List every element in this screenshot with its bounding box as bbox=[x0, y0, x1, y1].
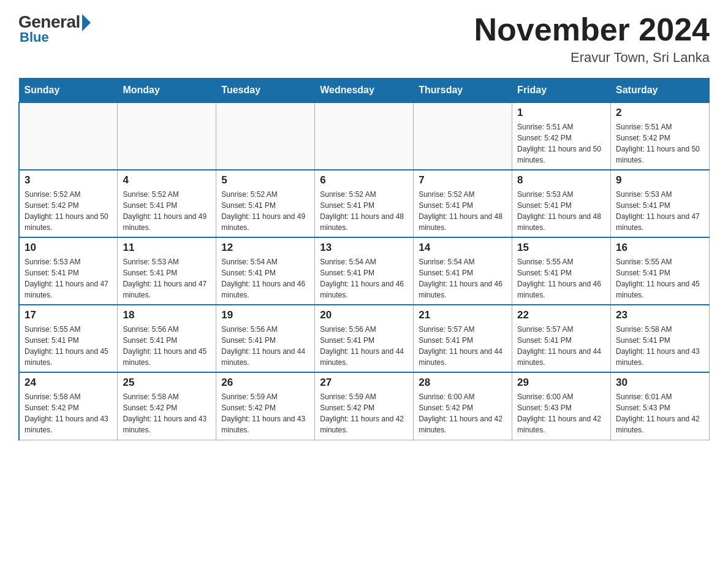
day-info: Sunrise: 5:55 AM Sunset: 5:41 PM Dayligh… bbox=[517, 256, 605, 301]
calendar-week-row: 10Sunrise: 5:53 AM Sunset: 5:41 PM Dayli… bbox=[19, 237, 710, 305]
table-row: 2Sunrise: 5:51 AM Sunset: 5:42 PM Daylig… bbox=[611, 102, 710, 170]
day-info: Sunrise: 5:58 AM Sunset: 5:42 PM Dayligh… bbox=[123, 391, 211, 435]
day-number: 4 bbox=[123, 174, 211, 186]
day-number: 5 bbox=[221, 174, 309, 186]
day-info: Sunrise: 5:51 AM Sunset: 5:42 PM Dayligh… bbox=[616, 121, 704, 166]
table-row: 28Sunrise: 6:00 AM Sunset: 5:42 PM Dayli… bbox=[414, 372, 512, 440]
logo-arrow-icon bbox=[82, 14, 91, 31]
table-row: 18Sunrise: 5:56 AM Sunset: 5:41 PM Dayli… bbox=[118, 305, 216, 372]
table-row: 24Sunrise: 5:58 AM Sunset: 5:42 PM Dayli… bbox=[19, 372, 118, 440]
table-row: 25Sunrise: 5:58 AM Sunset: 5:42 PM Dayli… bbox=[118, 372, 216, 440]
calendar-week-row: 3Sunrise: 5:52 AM Sunset: 5:42 PM Daylig… bbox=[19, 170, 710, 237]
table-row: 3Sunrise: 5:52 AM Sunset: 5:42 PM Daylig… bbox=[19, 170, 118, 237]
day-number: 2 bbox=[616, 107, 704, 119]
day-number: 24 bbox=[25, 377, 112, 389]
calendar-header-row: Sunday Monday Tuesday Wednesday Thursday… bbox=[19, 79, 710, 103]
day-number: 20 bbox=[320, 309, 408, 321]
day-number: 15 bbox=[517, 242, 605, 254]
day-info: Sunrise: 5:59 AM Sunset: 5:42 PM Dayligh… bbox=[221, 391, 309, 435]
day-info: Sunrise: 5:53 AM Sunset: 5:41 PM Dayligh… bbox=[25, 256, 112, 301]
page-header: General Blue November 2024 Eravur Town, … bbox=[18, 12, 710, 66]
day-number: 22 bbox=[517, 309, 605, 321]
calendar-week-row: 1Sunrise: 5:51 AM Sunset: 5:42 PM Daylig… bbox=[19, 102, 710, 170]
day-info: Sunrise: 5:53 AM Sunset: 5:41 PM Dayligh… bbox=[123, 256, 211, 301]
table-row: 26Sunrise: 5:59 AM Sunset: 5:42 PM Dayli… bbox=[216, 372, 315, 440]
day-info: Sunrise: 5:52 AM Sunset: 5:41 PM Dayligh… bbox=[419, 189, 507, 233]
table-row: 9Sunrise: 5:53 AM Sunset: 5:41 PM Daylig… bbox=[611, 170, 710, 237]
day-number: 26 bbox=[221, 377, 309, 389]
day-info: Sunrise: 5:52 AM Sunset: 5:42 PM Dayligh… bbox=[25, 189, 112, 233]
table-row: 11Sunrise: 5:53 AM Sunset: 5:41 PM Dayli… bbox=[118, 237, 216, 305]
calendar-table: Sunday Monday Tuesday Wednesday Thursday… bbox=[18, 78, 710, 440]
col-monday: Monday bbox=[118, 79, 216, 103]
table-row: 27Sunrise: 5:59 AM Sunset: 5:42 PM Dayli… bbox=[315, 372, 414, 440]
table-row: 5Sunrise: 5:52 AM Sunset: 5:41 PM Daylig… bbox=[216, 170, 315, 237]
day-info: Sunrise: 5:53 AM Sunset: 5:41 PM Dayligh… bbox=[517, 189, 605, 233]
table-row: 7Sunrise: 5:52 AM Sunset: 5:41 PM Daylig… bbox=[414, 170, 512, 237]
day-number: 12 bbox=[221, 242, 309, 254]
day-info: Sunrise: 5:52 AM Sunset: 5:41 PM Dayligh… bbox=[221, 189, 309, 233]
day-number: 28 bbox=[419, 377, 507, 389]
day-info: Sunrise: 5:57 AM Sunset: 5:41 PM Dayligh… bbox=[419, 324, 507, 368]
title-block: November 2024 Eravur Town, Sri Lanka bbox=[474, 12, 710, 66]
table-row: 1Sunrise: 5:51 AM Sunset: 5:42 PM Daylig… bbox=[512, 102, 611, 170]
table-row: 4Sunrise: 5:52 AM Sunset: 5:41 PM Daylig… bbox=[118, 170, 216, 237]
day-number: 7 bbox=[419, 174, 507, 186]
day-number: 27 bbox=[320, 377, 408, 389]
day-number: 16 bbox=[616, 242, 704, 254]
col-thursday: Thursday bbox=[414, 79, 512, 103]
day-number: 17 bbox=[25, 309, 112, 321]
day-number: 25 bbox=[123, 377, 211, 389]
day-info: Sunrise: 5:52 AM Sunset: 5:41 PM Dayligh… bbox=[123, 189, 211, 233]
table-row: 23Sunrise: 5:58 AM Sunset: 5:41 PM Dayli… bbox=[611, 305, 710, 372]
day-number: 19 bbox=[221, 309, 309, 321]
day-info: Sunrise: 5:54 AM Sunset: 5:41 PM Dayligh… bbox=[221, 256, 309, 301]
table-row: 8Sunrise: 5:53 AM Sunset: 5:41 PM Daylig… bbox=[512, 170, 611, 237]
day-info: Sunrise: 5:56 AM Sunset: 5:41 PM Dayligh… bbox=[123, 324, 211, 368]
col-saturday: Saturday bbox=[611, 79, 710, 103]
table-row: 15Sunrise: 5:55 AM Sunset: 5:41 PM Dayli… bbox=[512, 237, 611, 305]
day-info: Sunrise: 5:52 AM Sunset: 5:41 PM Dayligh… bbox=[320, 189, 408, 233]
day-info: Sunrise: 5:59 AM Sunset: 5:42 PM Dayligh… bbox=[320, 391, 408, 435]
table-row: 13Sunrise: 5:54 AM Sunset: 5:41 PM Dayli… bbox=[315, 237, 414, 305]
day-info: Sunrise: 5:56 AM Sunset: 5:41 PM Dayligh… bbox=[320, 324, 408, 368]
day-number: 11 bbox=[123, 242, 211, 254]
day-info: Sunrise: 5:55 AM Sunset: 5:41 PM Dayligh… bbox=[616, 256, 704, 301]
col-sunday: Sunday bbox=[19, 79, 118, 103]
day-number: 10 bbox=[25, 242, 112, 254]
col-wednesday: Wednesday bbox=[315, 79, 414, 103]
day-info: Sunrise: 5:57 AM Sunset: 5:41 PM Dayligh… bbox=[517, 324, 605, 368]
day-info: Sunrise: 5:55 AM Sunset: 5:41 PM Dayligh… bbox=[25, 324, 112, 368]
day-number: 18 bbox=[123, 309, 211, 321]
day-info: Sunrise: 5:58 AM Sunset: 5:42 PM Dayligh… bbox=[25, 391, 112, 435]
calendar-week-row: 17Sunrise: 5:55 AM Sunset: 5:41 PM Dayli… bbox=[19, 305, 710, 372]
table-row: 21Sunrise: 5:57 AM Sunset: 5:41 PM Dayli… bbox=[414, 305, 512, 372]
table-row: 10Sunrise: 5:53 AM Sunset: 5:41 PM Dayli… bbox=[19, 237, 118, 305]
col-tuesday: Tuesday bbox=[216, 79, 315, 103]
table-row: 30Sunrise: 6:01 AM Sunset: 5:43 PM Dayli… bbox=[611, 372, 710, 440]
day-info: Sunrise: 5:51 AM Sunset: 5:42 PM Dayligh… bbox=[517, 121, 605, 166]
day-info: Sunrise: 5:58 AM Sunset: 5:41 PM Dayligh… bbox=[616, 324, 704, 368]
table-row: 12Sunrise: 5:54 AM Sunset: 5:41 PM Dayli… bbox=[216, 237, 315, 305]
month-title: November 2024 bbox=[474, 12, 710, 47]
day-number: 23 bbox=[616, 309, 704, 321]
location-title: Eravur Town, Sri Lanka bbox=[474, 50, 710, 66]
table-row: 22Sunrise: 5:57 AM Sunset: 5:41 PM Dayli… bbox=[512, 305, 611, 372]
day-info: Sunrise: 5:56 AM Sunset: 5:41 PM Dayligh… bbox=[221, 324, 309, 368]
day-info: Sunrise: 5:53 AM Sunset: 5:41 PM Dayligh… bbox=[616, 189, 704, 233]
table-row: 29Sunrise: 6:00 AM Sunset: 5:43 PM Dayli… bbox=[512, 372, 611, 440]
day-info: Sunrise: 6:00 AM Sunset: 5:42 PM Dayligh… bbox=[419, 391, 507, 435]
day-number: 30 bbox=[616, 377, 704, 389]
calendar-week-row: 24Sunrise: 5:58 AM Sunset: 5:42 PM Dayli… bbox=[19, 372, 710, 440]
day-info: Sunrise: 5:54 AM Sunset: 5:41 PM Dayligh… bbox=[419, 256, 507, 301]
logo: General Blue bbox=[18, 12, 91, 45]
day-number: 8 bbox=[517, 174, 605, 186]
day-info: Sunrise: 6:00 AM Sunset: 5:43 PM Dayligh… bbox=[517, 391, 605, 435]
table-row: 19Sunrise: 5:56 AM Sunset: 5:41 PM Dayli… bbox=[216, 305, 315, 372]
table-row bbox=[19, 102, 118, 170]
day-info: Sunrise: 6:01 AM Sunset: 5:43 PM Dayligh… bbox=[616, 391, 704, 435]
day-number: 14 bbox=[419, 242, 507, 254]
day-info: Sunrise: 5:54 AM Sunset: 5:41 PM Dayligh… bbox=[320, 256, 408, 301]
table-row: 20Sunrise: 5:56 AM Sunset: 5:41 PM Dayli… bbox=[315, 305, 414, 372]
table-row bbox=[118, 102, 216, 170]
